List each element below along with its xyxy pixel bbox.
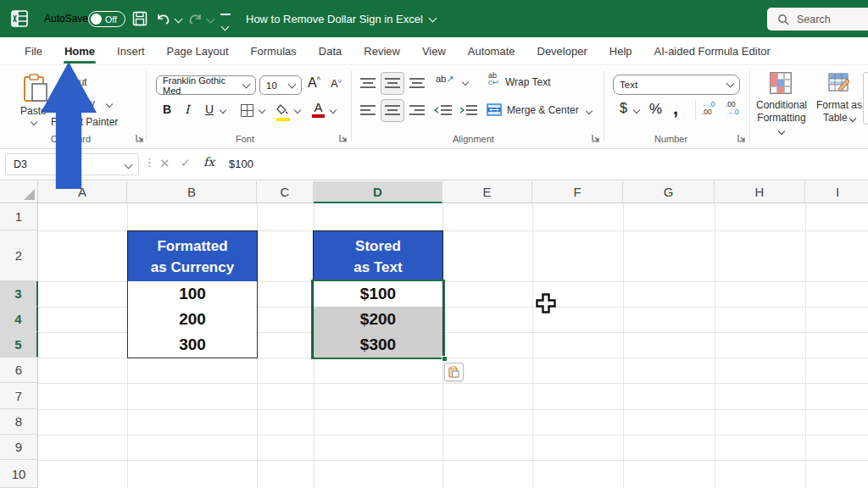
row-header-3[interactable]: 3: [0, 281, 38, 307]
row-header-1[interactable]: 1: [0, 203, 38, 230]
paste-options-button[interactable]: [444, 363, 464, 381]
customize-toolbar-icon[interactable]: [220, 14, 231, 33]
align-center-icon[interactable]: [384, 104, 401, 118]
row-header-8[interactable]: 8: [0, 409, 38, 435]
row-header-5[interactable]: 5: [0, 332, 38, 358]
increase-indent-icon[interactable]: [459, 104, 478, 118]
underline-dropdown-icon[interactable]: [220, 107, 226, 114]
select-all-button[interactable]: [0, 181, 38, 203]
column-header-f[interactable]: F: [532, 181, 623, 203]
tab-automate[interactable]: Automate: [457, 37, 526, 65]
tab-data[interactable]: Data: [308, 37, 353, 65]
align-top-icon[interactable]: [359, 77, 376, 91]
header-cell-b2[interactable]: Formattedas Currency: [127, 230, 258, 282]
column-header-h[interactable]: H: [715, 181, 805, 203]
format-as-table-icon[interactable]: [827, 71, 851, 95]
tab-page-layout[interactable]: Page Layout: [156, 37, 240, 65]
cell-b5[interactable]: 300: [127, 332, 258, 358]
worksheet-grid[interactable]: A B C D E F G H I 1 2 3 4 5 6 7 8 9 10: [0, 180, 868, 488]
merge-center-button[interactable]: Merge & Center: [507, 104, 579, 116]
row-header-7[interactable]: 7: [0, 383, 38, 409]
tab-help[interactable]: Help: [598, 37, 643, 65]
comma-format-button[interactable]: ,: [673, 97, 678, 119]
column-header-e[interactable]: E: [442, 181, 532, 203]
underline-button[interactable]: U: [205, 103, 214, 116]
search-input[interactable]: Search: [767, 8, 868, 30]
increase-decimal-icon[interactable]: ←.0.00: [702, 101, 715, 116]
align-middle-icon[interactable]: [384, 77, 401, 91]
font-color-icon[interactable]: A: [312, 100, 325, 118]
align-right-icon[interactable]: [409, 104, 426, 118]
currency-format-button[interactable]: $: [620, 101, 627, 116]
cell-b3[interactable]: 100: [127, 281, 258, 308]
row-header-6[interactable]: 6: [0, 358, 38, 383]
font-name-select[interactable]: Franklin Gothic Med: [156, 75, 256, 95]
tab-review[interactable]: Review: [353, 37, 411, 65]
font-size-select[interactable]: 10: [259, 75, 302, 95]
document-title[interactable]: How to Remove Dollar Sign in Excel: [246, 13, 436, 25]
row-header-4[interactable]: 4: [0, 307, 38, 332]
wrap-text-button[interactable]: Wrap Text: [505, 76, 551, 88]
align-bottom-icon[interactable]: [409, 77, 426, 91]
autosave-toggle[interactable]: Off: [88, 11, 125, 27]
tab-developer[interactable]: Developer: [526, 37, 598, 65]
number-format-value: Text: [620, 80, 637, 90]
decrease-decimal-icon[interactable]: .00→.0: [726, 101, 739, 116]
tab-formulas[interactable]: Formulas: [240, 37, 308, 65]
fill-color-dropdown-icon[interactable]: [294, 107, 301, 114]
align-left-icon[interactable]: [359, 104, 376, 118]
column-header-i[interactable]: I: [805, 181, 868, 203]
merge-center-dropdown-icon[interactable]: [586, 108, 593, 114]
font-color-dropdown-icon[interactable]: [330, 107, 337, 114]
column-header-d[interactable]: D: [314, 181, 442, 203]
borders-dropdown-icon[interactable]: [259, 107, 265, 114]
cell-d3-active[interactable]: $100: [313, 281, 443, 308]
shrink-font-button[interactable]: Av: [331, 77, 342, 90]
save-icon[interactable]: [132, 11, 147, 26]
clipboard-dialog-launcher-icon[interactable]: [136, 134, 144, 142]
currency-dropdown-icon[interactable]: [633, 107, 640, 114]
orientation-dropdown-icon[interactable]: [462, 79, 469, 86]
row-header-10[interactable]: 10: [0, 460, 38, 488]
insert-function-icon[interactable]: fx: [203, 155, 214, 169]
tab-insert[interactable]: Insert: [106, 37, 156, 65]
conditional-formatting-icon[interactable]: [770, 72, 792, 94]
row-header-9[interactable]: 9: [0, 435, 38, 460]
fill-color-icon[interactable]: [276, 103, 290, 121]
formula-input[interactable]: $100: [229, 158, 253, 170]
cancel-icon[interactable]: ✕: [159, 156, 170, 171]
decrease-indent-icon[interactable]: [434, 104, 453, 118]
tab-home[interactable]: Home: [53, 37, 106, 65]
copy-dropdown-icon[interactable]: [106, 101, 113, 108]
number-format-select[interactable]: Text: [613, 75, 740, 95]
cell-d5[interactable]: $300: [313, 332, 443, 358]
grow-font-button[interactable]: A^: [308, 75, 320, 91]
bold-button[interactable]: B: [163, 103, 171, 116]
percent-format-button[interactable]: %: [649, 101, 662, 118]
fill-handle[interactable]: [442, 356, 448, 362]
column-header-g[interactable]: G: [623, 181, 715, 203]
paste-icon[interactable]: [22, 74, 49, 103]
alignment-dialog-launcher-icon[interactable]: [592, 134, 600, 142]
tab-file[interactable]: File: [14, 37, 53, 65]
cell-b4[interactable]: 200: [127, 307, 258, 333]
excel-logo-icon: [11, 10, 28, 27]
paste-dropdown-icon[interactable]: [31, 119, 37, 125]
header-cell-d2[interactable]: Storedas Text: [313, 230, 443, 282]
cell-d4[interactable]: $200: [313, 307, 443, 333]
number-dialog-launcher-icon[interactable]: [737, 134, 746, 142]
borders-icon[interactable]: [241, 104, 253, 117]
column-header-c[interactable]: C: [257, 181, 314, 203]
orientation-icon[interactable]: ab↗: [436, 74, 453, 85]
column-header-a[interactable]: A: [38, 181, 127, 203]
tab-view[interactable]: View: [411, 37, 457, 65]
conditional-formatting-button[interactable]: Conditional Formatting: [754, 99, 809, 137]
enter-icon[interactable]: ✓: [181, 156, 191, 169]
column-header-b[interactable]: B: [127, 181, 257, 203]
row-header-2[interactable]: 2: [0, 230, 38, 281]
font-dialog-launcher-icon[interactable]: [339, 134, 348, 142]
tab-ai-formula-editor[interactable]: AI-aided Formula Editor: [643, 37, 782, 65]
italic-button[interactable]: I: [185, 103, 190, 116]
undo-icon[interactable]: [155, 11, 171, 26]
format-as-table-button[interactable]: Format as Table: [812, 99, 866, 125]
